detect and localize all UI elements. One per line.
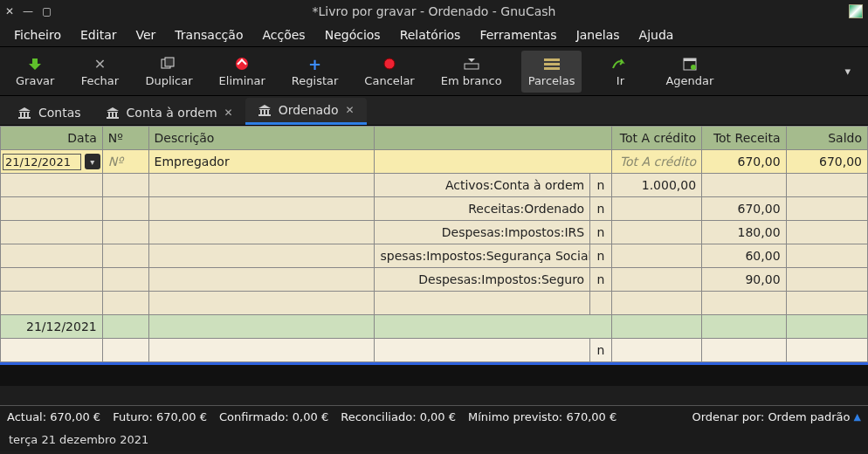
app-logo-icon <box>849 4 863 18</box>
close-icon: ✕ <box>94 55 106 72</box>
menu-ajuda[interactable]: Ajuda <box>630 24 683 45</box>
col-data[interactable]: Data <box>1 127 103 150</box>
menu-accoes[interactable]: Acções <box>253 24 313 45</box>
blank-date[interactable]: 21/12/2021 <box>1 315 103 339</box>
split-row[interactable]: Despesas:Impostos:Seguro n 90,00 <box>1 268 868 292</box>
window-titlebar: ✕ — ▢ *Livro por gravar - Ordenado - Gnu… <box>0 0 868 23</box>
summary-minimo: Mínimo previsto: 670,00 € <box>468 410 617 423</box>
menu-editar[interactable]: Editar <box>72 24 125 45</box>
blank-transaction-row[interactable]: 21/12/2021 <box>1 315 868 339</box>
menu-negocios[interactable]: Negócios <box>316 24 389 45</box>
svg-rect-8 <box>544 63 560 65</box>
split-debit[interactable] <box>611 244 702 268</box>
split-account[interactable]: Despesas:Impostos:Seguro <box>375 268 590 292</box>
toolbar-cancelar[interactable]: Cancelar <box>357 51 421 93</box>
close-icon[interactable]: ✕ <box>346 104 355 116</box>
summary-reconciliado: Reconciliado: 0,00 € <box>341 410 456 423</box>
window-maximize-icon[interactable]: ▢ <box>42 5 52 17</box>
split-credit[interactable]: 670,00 <box>702 197 786 221</box>
toolbar-overflow-icon[interactable]: ▾ <box>836 65 859 78</box>
toolbar-duplicar[interactable]: Duplicar <box>138 51 199 93</box>
toolbar-gravar[interactable]: Gravar <box>9 51 61 93</box>
split-credit[interactable] <box>702 174 786 197</box>
tab-ordenado[interactable]: Ordenado ✕ <box>245 98 367 125</box>
record-icon <box>382 55 396 72</box>
split-row[interactable]: spesas:Impostos:Segurança Social n 60,00 <box>1 244 868 268</box>
cell-descricao[interactable]: Empregador <box>148 150 375 174</box>
col-tot-receita[interactable]: Tot Receita <box>702 127 786 150</box>
splits-icon <box>543 55 561 72</box>
col-descricao[interactable]: Descrição <box>148 127 375 150</box>
toolbar-fechar[interactable]: ✕ Fechar <box>73 51 126 93</box>
window-minimize-icon[interactable]: — <box>23 5 33 17</box>
ledger-table: Data Nº Descrição Tot A crédito Tot Rece… <box>0 126 868 362</box>
ledger-bottom-line <box>0 362 868 365</box>
delete-icon <box>235 55 249 72</box>
split-row-empty[interactable] <box>1 292 868 315</box>
split-credit[interactable]: 180,00 <box>702 221 786 244</box>
plus-icon: + <box>308 55 321 72</box>
toolbar-embranco[interactable]: Em branco <box>434 51 509 93</box>
split-row[interactable]: Activos:Conta à ordem n 1.000,00 <box>1 174 868 197</box>
menu-janelas[interactable]: Janelas <box>568 24 629 45</box>
save-icon <box>27 55 43 72</box>
split-debit[interactable] <box>611 268 702 292</box>
split-row[interactable]: Despesas:Impostos:IRS n 180,00 <box>1 221 868 244</box>
date-input[interactable]: 21/12/2021 <box>3 154 81 170</box>
order-by[interactable]: Ordenar por: Ordem padrão ▲ <box>692 410 861 423</box>
chevron-down-icon[interactable]: ▾ <box>85 154 100 169</box>
cell-tot-receita[interactable]: 670,00 <box>702 150 786 174</box>
menu-ver[interactable]: Ver <box>127 24 164 45</box>
toolbar-registar[interactable]: + Registar <box>285 51 346 93</box>
split-credit[interactable]: 60,00 <box>702 244 786 268</box>
split-credit[interactable]: 90,00 <box>702 268 786 292</box>
trailing-split-row[interactable]: n <box>1 339 868 362</box>
split-row[interactable]: Receitas:Ordenado n 670,00 <box>1 197 868 221</box>
trailing-rec[interactable]: n <box>590 339 611 362</box>
col-no[interactable]: Nº <box>102 127 148 150</box>
tab-contas[interactable]: Contas <box>5 100 93 125</box>
split-rec[interactable]: n <box>590 268 611 292</box>
status-bar: terça 21 dezembro 2021 <box>0 428 868 451</box>
col-tot-credito[interactable]: Tot A crédito <box>611 127 702 150</box>
split-debit[interactable]: 1.000,00 <box>611 174 702 197</box>
split-account[interactable]: spesas:Impostos:Segurança Social <box>375 244 590 268</box>
svg-rect-1 <box>165 58 174 66</box>
transaction-row[interactable]: 21/12/2021 ▾ Nº Empregador Tot A crédito… <box>1 150 868 174</box>
split-account[interactable]: Receitas:Ordenado <box>375 197 590 221</box>
bank-icon <box>258 104 272 116</box>
summary-bar: Actual: 670,00 € Futuro: 670,00 € Confir… <box>0 405 868 428</box>
svg-rect-11 <box>684 58 696 61</box>
menu-transaccao[interactable]: Transacção <box>166 24 251 45</box>
split-rec[interactable]: n <box>590 197 611 221</box>
toolbar-eliminar[interactable]: Eliminar <box>212 51 272 93</box>
menu-relatorios[interactable]: Relatórios <box>391 24 470 45</box>
menu-ficheiro[interactable]: Ficheiro <box>5 24 70 45</box>
blank-icon <box>464 55 479 72</box>
toolbar-agendar[interactable]: Agendar <box>658 51 720 93</box>
split-rec[interactable]: n <box>590 221 611 244</box>
split-debit[interactable] <box>611 221 702 244</box>
split-account[interactable]: Activos:Conta à ordem <box>375 174 590 197</box>
cell-transfer[interactable] <box>375 150 611 174</box>
cell-tot-credito[interactable]: Tot A crédito <box>611 150 702 174</box>
summary-confirmado: Confirmado: 0,00 € <box>219 410 328 423</box>
svg-rect-9 <box>544 67 560 70</box>
split-account[interactable]: Despesas:Impostos:IRS <box>375 221 590 244</box>
split-rec[interactable]: n <box>590 244 611 268</box>
toolbar: Gravar ✕ Fechar Duplicar Eliminar + Regi… <box>0 47 868 96</box>
tab-conta-a-ordem[interactable]: Conta à ordem ✕ <box>93 100 245 125</box>
split-rec[interactable]: n <box>590 174 611 197</box>
split-debit[interactable] <box>611 197 702 221</box>
cell-no[interactable]: Nº <box>102 150 148 174</box>
svg-rect-6 <box>465 64 479 69</box>
col-saldo[interactable]: Saldo <box>786 127 867 150</box>
menu-ferramentas[interactable]: Ferramentas <box>471 24 565 45</box>
close-icon[interactable]: ✕ <box>224 107 233 119</box>
col-blank[interactable] <box>375 127 611 150</box>
toolbar-ir[interactable]: Ir <box>594 51 646 93</box>
cell-saldo: 670,00 <box>786 150 867 174</box>
bank-icon <box>17 107 31 119</box>
toolbar-parcelas[interactable]: Parcelas <box>521 51 582 93</box>
window-close-icon[interactable]: ✕ <box>5 5 14 17</box>
